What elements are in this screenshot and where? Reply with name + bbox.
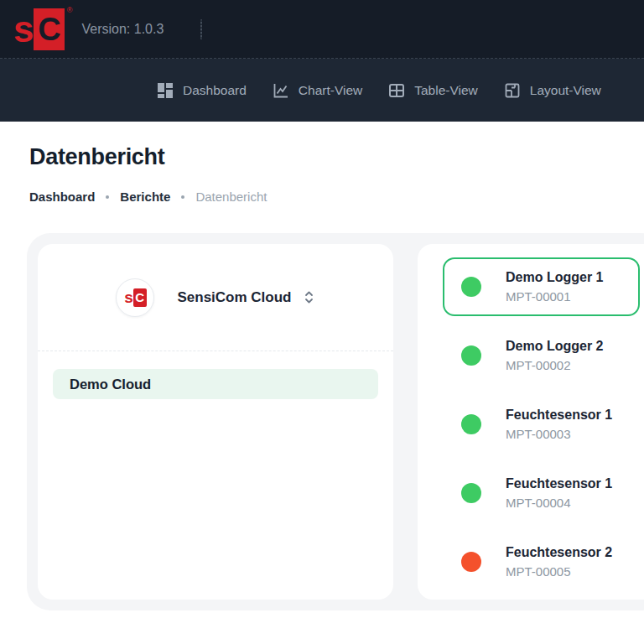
logger-id: MPT-00004 — [506, 494, 612, 512]
logger-item[interactable]: Demo Logger 1 MPT-00001 — [443, 257, 640, 316]
logo-letter-s: s — [124, 289, 132, 305]
logger-item[interactable]: Feuchtesensor 1 MPT-00004 — [443, 464, 640, 522]
topbar-divider — [200, 19, 202, 39]
logger-name: Demo Logger 1 — [506, 268, 603, 287]
status-dot-online-icon — [461, 414, 481, 434]
logger-text: Demo Logger 1 MPT-00001 — [506, 268, 603, 304]
logger-id: MPT-00003 — [506, 425, 612, 443]
cloud-selector-label: SensiCom Cloud — [177, 289, 291, 306]
logger-text: Demo Logger 2 MPT-00002 — [506, 337, 603, 373]
nav-item-layout-view[interactable]: Layout-View — [504, 82, 601, 99]
logger-text: Feuchtesensor 2 MPT-00005 — [506, 543, 612, 579]
cloud-logo-badge: s C — [116, 278, 154, 317]
nav-item-chart-view[interactable]: Chart-View — [273, 82, 362, 99]
main-nav: Dashboard Chart-View Table-View Layout-V… — [0, 59, 644, 122]
breadcrumb-item-current: Datenbericht — [195, 190, 267, 204]
dashboard-icon — [157, 82, 174, 99]
nav-label: Layout-View — [530, 83, 601, 98]
breadcrumb: Dashboard Berichte Datenbericht — [29, 190, 644, 204]
logger-text: Feuchtesensor 1 MPT-00003 — [506, 406, 612, 442]
nav-label: Dashboard — [183, 83, 247, 98]
topbar: s C ® Version: 1.0.3 — [0, 0, 644, 59]
logger-name: Demo Logger 2 — [506, 337, 603, 356]
logger-panel: Demo Logger 1 MPT-00001 Demo Logger 2 MP… — [418, 244, 644, 600]
sensicom-logo-icon: s C — [124, 288, 147, 307]
breadcrumb-item-berichte[interactable]: Berichte — [120, 190, 170, 204]
logo-letter-c: C — [38, 13, 60, 45]
logo-box: C — [34, 8, 65, 50]
layout-icon — [504, 82, 521, 99]
table-icon — [388, 82, 405, 99]
nav-label: Chart-View — [299, 83, 362, 98]
logger-item[interactable]: Feuchtesensor 1 MPT-00003 — [443, 395, 640, 454]
logo-letter-c: C — [135, 291, 144, 304]
breadcrumb-separator-icon — [181, 195, 184, 199]
page-title: Datenbericht — [29, 144, 644, 170]
logger-item[interactable]: Feuchtesensor 2 MPT-00005 — [443, 532, 640, 591]
breadcrumb-separator-icon — [106, 195, 109, 199]
chart-icon — [273, 82, 289, 99]
status-dot-online-icon — [461, 483, 481, 503]
logger-name: Feuchtesensor 1 — [506, 475, 612, 493]
chevron-updown-icon — [303, 290, 315, 304]
app-logo[interactable]: s C ® — [13, 8, 65, 50]
cloud-selector[interactable]: s C SensiCom Cloud — [38, 244, 393, 351]
nav-label: Table-View — [414, 83, 478, 98]
logger-name: Feuchtesensor 1 — [506, 406, 612, 424]
version-label: Version: 1.0.3 — [81, 22, 164, 37]
logger-text: Feuchtesensor 1 MPT-00004 — [506, 475, 612, 511]
cloud-item-demo-cloud[interactable]: Demo Cloud — [53, 369, 378, 399]
nav-item-dashboard[interactable]: Dashboard — [157, 82, 247, 99]
registered-mark: ® — [67, 6, 73, 14]
nav-item-table-view[interactable]: Table-View — [388, 82, 478, 99]
cloud-item-label: Demo Cloud — [70, 377, 151, 392]
logger-id: MPT-00001 — [506, 288, 603, 305]
status-dot-online-icon — [461, 345, 481, 366]
status-dot-online-icon — [461, 277, 481, 297]
status-dot-alert-icon — [461, 552, 481, 572]
breadcrumb-item-dashboard[interactable]: Dashboard — [29, 190, 95, 204]
cloud-panel: s C SensiCom Cloud Demo Cloud — [38, 244, 393, 600]
cloud-list: Demo Cloud — [38, 351, 393, 417]
report-section: s C SensiCom Cloud Demo Cloud — [27, 233, 644, 610]
logger-id: MPT-00002 — [506, 356, 603, 374]
logo-letter-s: s — [13, 9, 32, 49]
logo-box: C — [133, 288, 147, 307]
logger-name: Feuchtesensor 2 — [506, 543, 612, 562]
logger-item[interactable]: Demo Logger 2 MPT-00002 — [443, 326, 640, 385]
logger-id: MPT-00005 — [506, 563, 612, 580]
